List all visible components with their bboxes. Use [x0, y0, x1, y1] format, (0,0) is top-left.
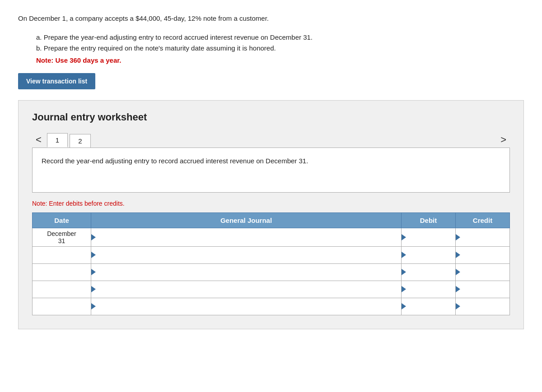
row-indicator-icon-2: [91, 269, 96, 275]
table-row: [33, 298, 510, 315]
worksheet-title: Journal entry worksheet: [32, 111, 510, 123]
date-cell-2: [33, 263, 91, 281]
row-indicator-icon-4: [91, 303, 96, 309]
credit-indicator-icon-4: [456, 303, 460, 309]
general-journal-cell-1: [91, 246, 402, 263]
debit-input-3[interactable]: [408, 283, 455, 295]
credit-indicator-icon-3: [456, 286, 460, 292]
tab-content-description: Record the year-end adjusting entry to r…: [32, 148, 510, 193]
debit-indicator-icon-4: [402, 303, 406, 309]
credit-indicator-icon-1: [456, 252, 460, 258]
debit-input-0[interactable]: [408, 231, 455, 244]
row-indicator-icon-3: [91, 286, 96, 292]
debit-indicator-icon-1: [402, 252, 406, 258]
debit-cell-2: [402, 263, 456, 281]
debit-indicator-icon-0: [402, 234, 406, 240]
row-indicator-icon-0: [91, 234, 96, 240]
table-row: December31: [33, 228, 510, 246]
credit-indicator-icon-0: [456, 234, 460, 240]
debit-indicator-icon-3: [402, 286, 406, 292]
general-journal-cell-2: [91, 263, 402, 281]
nav-right-arrow[interactable]: >: [497, 132, 510, 148]
credit-input-0[interactable]: [462, 231, 509, 244]
general-journal-cell-3: [91, 281, 402, 298]
general-journal-input-2[interactable]: [98, 266, 401, 278]
general-journal-cell-0: [91, 228, 402, 246]
part-b-text: b. Prepare the entry required on the not…: [36, 43, 524, 54]
debit-cell-3: [402, 281, 456, 298]
table-row: [33, 263, 510, 281]
credit-cell-1: [456, 246, 510, 263]
credit-cell-3: [456, 281, 510, 298]
credit-cell-0: [456, 228, 510, 246]
credit-input-4[interactable]: [462, 300, 509, 313]
credit-input-2[interactable]: [462, 266, 509, 278]
credit-cell-2: [456, 263, 510, 281]
header-general-journal: General Journal: [91, 212, 402, 228]
credit-cell-4: [456, 298, 510, 315]
debit-cell-1: [402, 246, 456, 263]
tab-2[interactable]: 2: [70, 134, 90, 148]
header-date: Date: [33, 212, 91, 228]
table-row: [33, 246, 510, 263]
date-cell-1: [33, 246, 91, 263]
part-a-text: a. Prepare the year-end adjusting entry …: [36, 32, 524, 43]
nav-left-arrow[interactable]: <: [32, 132, 45, 148]
journal-table: Date General Journal Debit Credit Decemb…: [32, 212, 510, 315]
date-cell-4: [33, 298, 91, 315]
row-indicator-icon-1: [91, 252, 96, 258]
note-360-days: Note: Use 360 days a year.: [36, 56, 524, 64]
header-debit: Debit: [402, 212, 456, 228]
debit-input-4[interactable]: [408, 300, 455, 313]
debit-input-1[interactable]: [408, 249, 455, 261]
debit-input-2[interactable]: [408, 266, 455, 278]
credit-input-1[interactable]: [462, 249, 509, 261]
view-transaction-button[interactable]: View transaction list: [18, 73, 95, 89]
debit-cell-4: [402, 298, 456, 315]
general-journal-input-3[interactable]: [98, 283, 401, 295]
tab-row: < 1 2 >: [32, 132, 510, 148]
general-journal-input-1[interactable]: [98, 249, 401, 261]
debit-cell-0: [402, 228, 456, 246]
general-journal-input-0[interactable]: [98, 231, 401, 244]
general-journal-input-4[interactable]: [98, 300, 401, 313]
general-journal-cell-4: [91, 298, 402, 315]
journal-entry-worksheet: Journal entry worksheet < 1 2 > Record t…: [18, 100, 524, 329]
intro-opening: On December 1, a company accepts a $44,0…: [18, 14, 524, 24]
date-cell-3: [33, 281, 91, 298]
credit-input-3[interactable]: [462, 283, 509, 295]
note-debits-credits: Note: Enter debits before credits.: [32, 200, 510, 207]
date-cell-0: December31: [33, 228, 91, 246]
header-credit: Credit: [456, 212, 510, 228]
debit-indicator-icon-2: [402, 269, 406, 275]
table-row: [33, 281, 510, 298]
tab-1[interactable]: 1: [47, 133, 68, 148]
credit-indicator-icon-2: [456, 269, 460, 275]
